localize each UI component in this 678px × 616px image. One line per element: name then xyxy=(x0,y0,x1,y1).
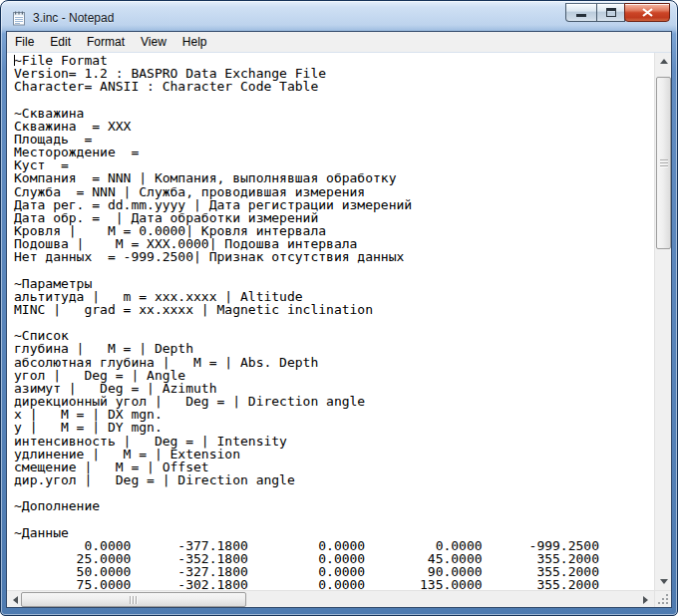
scroll-right-button[interactable] xyxy=(637,591,654,608)
close-button[interactable] xyxy=(624,3,670,22)
thumb-grip-icon xyxy=(130,596,138,604)
menu-bar: File Edit Format View Help xyxy=(7,32,671,53)
minimize-icon xyxy=(576,14,586,17)
scroll-left-icon xyxy=(13,596,18,604)
client-area: File Edit Format View Help ~File Format … xyxy=(6,31,672,608)
menu-file[interactable]: File xyxy=(7,32,42,52)
minimize-button[interactable] xyxy=(565,3,597,22)
scroll-right-icon xyxy=(643,596,648,604)
scroll-up-icon xyxy=(660,59,668,64)
scroll-up-button[interactable] xyxy=(655,53,672,70)
editor-text: ~File Format Version= 1.2 : BASPRO Data … xyxy=(7,53,654,590)
vertical-scrollbar[interactable] xyxy=(654,53,671,590)
vertical-scroll-thumb[interactable] xyxy=(656,77,671,249)
maximize-button[interactable] xyxy=(596,3,625,22)
menu-view[interactable]: View xyxy=(133,32,174,52)
menu-format[interactable]: Format xyxy=(79,32,133,52)
text-caret xyxy=(14,55,15,66)
close-icon xyxy=(642,8,653,17)
notepad-window: 3.inc - Notepad File Edit Format View He… xyxy=(0,0,678,616)
scroll-down-button[interactable] xyxy=(655,573,672,590)
notepad-icon xyxy=(11,10,27,26)
maximize-icon xyxy=(606,8,616,17)
thumb-grip-icon xyxy=(660,159,668,167)
resize-grip[interactable] xyxy=(654,590,671,607)
scroll-down-icon xyxy=(660,579,668,584)
menu-edit[interactable]: Edit xyxy=(42,32,79,52)
menu-help[interactable]: Help xyxy=(174,32,215,52)
text-editor[interactable]: ~File Format Version= 1.2 : BASPRO Data … xyxy=(7,53,654,590)
window-title: 3.inc - Notepad xyxy=(33,11,114,25)
horizontal-scroll-thumb[interactable] xyxy=(21,592,246,607)
horizontal-scrollbar[interactable] xyxy=(7,590,654,607)
caption-buttons xyxy=(566,3,670,22)
